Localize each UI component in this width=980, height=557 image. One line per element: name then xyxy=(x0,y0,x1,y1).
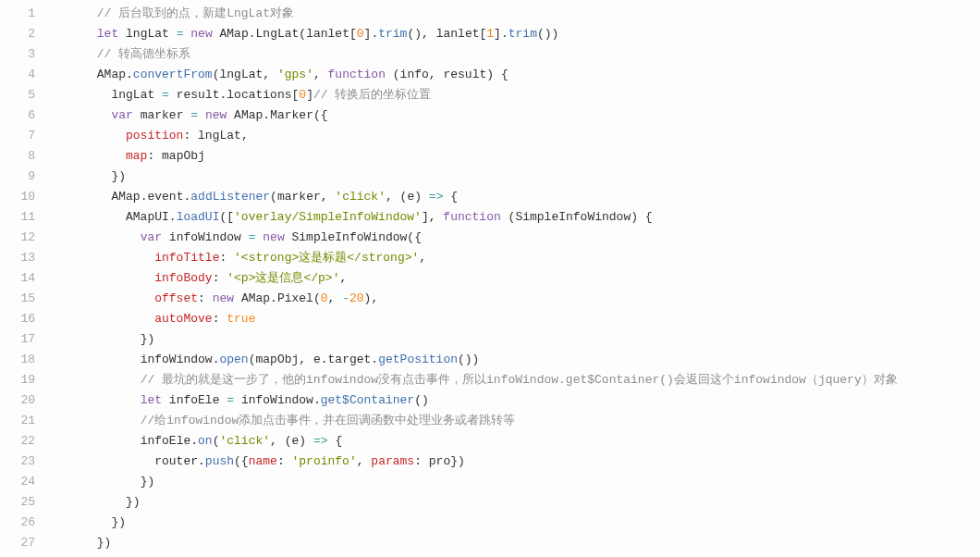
code-line: // 后台取到的点，新建LngLat对象 xyxy=(54,4,980,24)
code-line: }) xyxy=(54,513,980,533)
code-line: autoMove: true xyxy=(54,309,980,329)
code-line: }) xyxy=(54,472,980,492)
code-line: // 最坑的就是这一步了，他的infowindow没有点击事件，所以infoWi… xyxy=(54,370,980,390)
code-area[interactable]: // 后台取到的点，新建LngLat对象 let lngLat = new AM… xyxy=(46,0,980,557)
line-number: 3 xyxy=(0,44,35,65)
line-number: 1 xyxy=(0,4,35,24)
code-line: offset: new AMap.Pixel(0, -20), xyxy=(54,289,980,309)
line-number-gutter: 1234567891011121314151617181920212223242… xyxy=(0,0,46,557)
line-number: 22 xyxy=(0,431,35,452)
code-line: var marker = new AMap.Marker({ xyxy=(54,105,980,126)
code-line: var infoWindow = new SimpleInfoWindow({ xyxy=(54,228,980,248)
code-block: 1234567891011121314151617181920212223242… xyxy=(0,0,980,557)
line-number: 17 xyxy=(0,329,35,350)
line-number: 12 xyxy=(0,228,35,248)
line-number: 9 xyxy=(0,167,35,187)
line-number: 7 xyxy=(0,126,35,146)
line-number: 2 xyxy=(0,24,35,44)
code-line: router.push({name: 'proinfo', params: pr… xyxy=(54,452,980,472)
line-number: 5 xyxy=(0,85,35,105)
code-line: let lngLat = new AMap.LngLat(lanlet[0].t… xyxy=(54,24,980,44)
line-number: 8 xyxy=(0,146,35,167)
line-number: 13 xyxy=(0,248,35,268)
line-number: 27 xyxy=(0,533,35,553)
line-number: 11 xyxy=(0,207,35,228)
line-number: 10 xyxy=(0,187,35,207)
line-number: 20 xyxy=(0,390,35,411)
code-line: infoEle.on('click', (e) => { xyxy=(54,431,980,452)
code-line: position: lngLat, xyxy=(54,126,980,146)
code-line: lngLat = result.locations[0]// 转换后的坐标位置 xyxy=(54,85,980,105)
line-number: 18 xyxy=(0,350,35,370)
line-number: 6 xyxy=(0,105,35,126)
line-number: 19 xyxy=(0,370,35,390)
code-line: infoBody: '<p>这是信息</p>', xyxy=(54,268,980,289)
code-line: let infoEle = infoWindow.get$Container() xyxy=(54,390,980,411)
code-line: //给infowindow添加点击事件，并在回调函数中处理业务或者跳转等 xyxy=(54,411,980,431)
line-number: 26 xyxy=(0,513,35,533)
code-line: map: mapObj xyxy=(54,146,980,167)
code-line: }) xyxy=(54,492,980,513)
code-line: AMapUI.loadUI(['overlay/SimpleInfoWindow… xyxy=(54,207,980,228)
code-line: infoTitle: '<strong>这是标题</strong>', xyxy=(54,248,980,268)
code-line: }) xyxy=(54,329,980,350)
code-line: infoWindow.open(mapObj, e.target.getPosi… xyxy=(54,350,980,370)
line-number: 15 xyxy=(0,289,35,309)
line-number: 24 xyxy=(0,472,35,492)
line-number: 25 xyxy=(0,492,35,513)
code-line: AMap.event.addListener(marker, 'click', … xyxy=(54,187,980,207)
code-line: }) xyxy=(54,167,980,187)
line-number: 21 xyxy=(0,411,35,431)
line-number: 16 xyxy=(0,309,35,329)
code-line: // 转高德坐标系 xyxy=(54,44,980,65)
code-line: AMap.convertFrom(lngLat, 'gps', function… xyxy=(54,65,980,85)
line-number: 23 xyxy=(0,452,35,472)
line-number: 4 xyxy=(0,65,35,85)
line-number: 14 xyxy=(0,268,35,289)
code-line: }) xyxy=(54,533,980,553)
